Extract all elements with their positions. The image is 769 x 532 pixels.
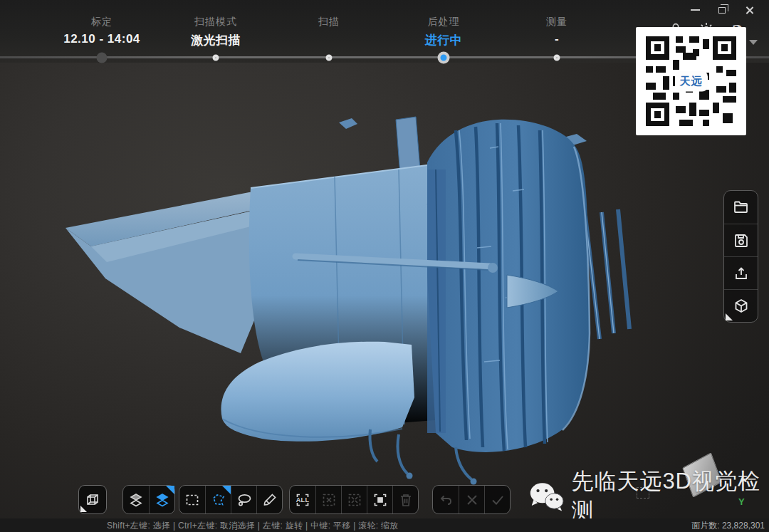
project-tool-panel (723, 190, 758, 323)
select-connected-button[interactable] (367, 486, 392, 513)
step-label: 后处理 (387, 16, 501, 28)
rectangle-select-button[interactable] (179, 486, 205, 513)
rectangle-select-icon (184, 491, 201, 508)
step-label: 扫描模式 (159, 16, 273, 28)
submenu-corner-marker (80, 506, 87, 512)
step-label: 测量 (500, 16, 614, 28)
lasso-select-button[interactable] (231, 486, 256, 513)
step-sublabel (272, 32, 386, 46)
deselect-all-button[interactable] (315, 486, 341, 513)
step-label: 扫描 (272, 16, 386, 28)
trash-icon (397, 491, 414, 508)
export-upload-icon (733, 265, 750, 282)
step-dot[interactable] (554, 55, 560, 61)
undo-icon (437, 491, 454, 508)
step-dot[interactable] (213, 55, 219, 61)
save-icon (733, 232, 750, 249)
step-calibration[interactable]: 标定 12.10 - 14:04 (45, 16, 159, 46)
step-dot-active[interactable] (438, 52, 450, 64)
step-dot[interactable] (326, 55, 333, 61)
save-project-button[interactable] (724, 224, 758, 256)
step-dot[interactable] (97, 53, 108, 63)
restore-icon (718, 7, 726, 14)
close-icon (745, 6, 754, 15)
step-sublabel-active: 进行中 (387, 32, 501, 48)
deselect-icon (320, 491, 338, 508)
close-button[interactable] (742, 3, 758, 17)
qr-center-logo: 天远 (676, 73, 706, 90)
undo-button[interactable] (433, 486, 459, 513)
mouse-hints-text: Shift+左键: 选择 | Ctrl+左键: 取消选择 | 左键: 旋转 | … (107, 520, 399, 532)
step-scan[interactable]: 扫描 (272, 16, 386, 46)
show-all-layers-button[interactable] (123, 486, 149, 513)
step-scan-mode[interactable]: 扫描模式 激光扫描 (159, 16, 273, 48)
brand-watermark: 先临天远3D视觉检测 (528, 466, 769, 526)
help-caret-down-icon[interactable] (749, 40, 758, 45)
lasso-select-icon (236, 491, 253, 508)
show-current-layer-button[interactable] (149, 486, 174, 513)
cancel-edit-button[interactable] (459, 486, 484, 513)
step-sublabel: - (500, 32, 614, 46)
scan-software-window: 标定 12.10 - 14:04 扫描模式 激光扫描 扫描 后处理 进行中 测量… (0, 0, 769, 532)
edit-confirm-group (432, 485, 511, 514)
step-measure[interactable]: 测量 - (500, 16, 614, 46)
step-postprocess[interactable]: 后处理 进行中 (387, 16, 501, 48)
confirm-edit-button[interactable] (484, 486, 510, 513)
layer-display-group (122, 485, 175, 514)
layers-gray-icon (127, 491, 145, 508)
active-corner-marker (222, 486, 231, 494)
brush-select-button[interactable] (256, 486, 282, 513)
qr-code-panel: 天远 (636, 27, 746, 135)
confirm-check-icon (489, 491, 506, 508)
select-all-label: ALL (296, 496, 309, 504)
wechat-icon (528, 480, 564, 513)
step-sublabel: 激光扫描 (159, 32, 273, 48)
open-project-button[interactable] (724, 191, 758, 224)
active-corner-marker (166, 486, 174, 494)
restore-button[interactable] (715, 3, 731, 17)
submenu-corner-marker (726, 313, 733, 320)
3d-cube-icon (733, 298, 750, 315)
selection-tools-group (179, 485, 283, 514)
view-orientation-button[interactable] (79, 486, 106, 513)
facet-count-text: 面片数: 23,828,301 (691, 520, 765, 532)
step-sublabel: 12.10 - 14:04 (45, 32, 159, 46)
invert-selection-button[interactable] (341, 486, 367, 513)
select-all-button[interactable]: ALL (290, 486, 315, 513)
minimize-button[interactable] (688, 3, 703, 17)
polygon-select-button[interactable] (205, 486, 231, 513)
watermark-text: 先临天远3D视觉检测 (571, 466, 769, 526)
delete-selected-button[interactable] (392, 486, 418, 513)
shrink-selection-icon (346, 491, 363, 508)
status-bar: Shift+左键: 选择 | Ctrl+左键: 取消选择 | 左键: 旋转 | … (0, 518, 769, 532)
selection-actions-group: ALL (289, 485, 419, 514)
brush-icon (261, 491, 278, 508)
step-label: 标定 (45, 16, 159, 28)
minimize-icon (691, 9, 700, 11)
export-data-button[interactable] (724, 256, 758, 289)
viewcube-group (78, 485, 107, 514)
select-connected-icon (372, 491, 389, 508)
folder-icon (733, 199, 750, 216)
model-view-button[interactable] (724, 289, 758, 322)
cancel-x-icon (464, 491, 481, 508)
